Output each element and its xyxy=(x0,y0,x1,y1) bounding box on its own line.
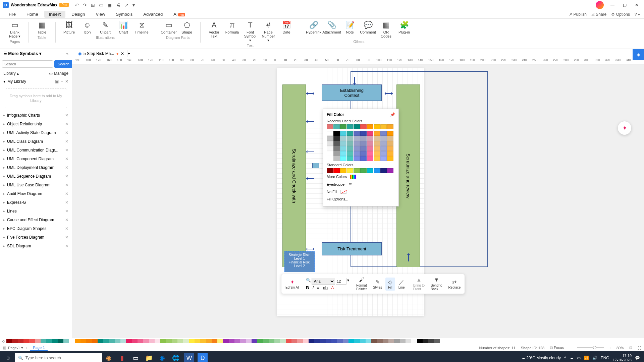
ribbon-container[interactable]: ▭Container xyxy=(161,20,177,35)
hamburger-icon[interactable]: ☰ xyxy=(3,51,7,56)
color-swatch[interactable] xyxy=(327,124,333,129)
color-swatch[interactable] xyxy=(380,124,387,129)
lib-item-close[interactable]: ✕ xyxy=(65,226,68,231)
send-back-button[interactable]: ▼Send to Back xyxy=(428,276,445,292)
color-swatch[interactable] xyxy=(340,131,346,136)
lib-item[interactable]: ▸Object Relationship✕ xyxy=(0,120,72,128)
palette-swatch[interactable] xyxy=(240,339,246,343)
palette-swatch[interactable] xyxy=(274,339,280,343)
redo-button[interactable]: ↷ xyxy=(83,2,87,8)
lib-item[interactable]: ▸Lines✕ xyxy=(0,207,72,216)
minimize-button[interactable]: — xyxy=(608,3,617,7)
search-input[interactable] xyxy=(2,60,53,68)
nofill-option[interactable]: No Fill xyxy=(327,188,395,195)
new-button[interactable]: ⊞ xyxy=(91,2,95,8)
color-swatch[interactable] xyxy=(380,136,387,141)
symbol-dropzone[interactable]: Drag symbols here to add to My Library xyxy=(5,88,67,108)
palette-swatch[interactable] xyxy=(360,339,366,343)
palette-swatch[interactable] xyxy=(217,339,223,343)
color-swatch[interactable] xyxy=(387,156,393,161)
palette-swatch[interactable] xyxy=(263,339,269,343)
focus-button[interactable]: ⊡ Focus xyxy=(550,346,564,350)
notifications-icon[interactable]: 💬 xyxy=(635,356,640,360)
italic-button[interactable]: I xyxy=(312,285,314,290)
close-button[interactable]: ✕ xyxy=(632,3,641,7)
color-swatch[interactable] xyxy=(354,136,360,141)
color-swatch[interactable] xyxy=(333,168,340,173)
palette-swatch[interactable] xyxy=(303,339,309,343)
bold-button[interactable]: B xyxy=(306,285,309,290)
fullscreen-button[interactable]: ⛶ xyxy=(638,346,641,350)
mylib-action-1[interactable]: ▣ xyxy=(55,79,59,84)
color-swatch[interactable] xyxy=(327,146,333,151)
color-swatch[interactable] xyxy=(347,156,353,161)
color-swatch[interactable] xyxy=(333,131,340,136)
color-swatch[interactable] xyxy=(387,136,393,141)
color-swatch[interactable] xyxy=(380,131,387,136)
palette-swatch[interactable] xyxy=(411,339,417,343)
palette-swatch[interactable] xyxy=(286,339,291,343)
color-swatch[interactable] xyxy=(340,141,346,146)
lib-item-close[interactable]: ✕ xyxy=(65,165,68,170)
color-swatch[interactable] xyxy=(367,136,373,141)
lib-item-close[interactable]: ✕ xyxy=(65,235,68,240)
ribbon-blank-page-[interactable]: ▭BlankPage ▾ xyxy=(7,20,23,39)
lib-item-close[interactable]: ✕ xyxy=(65,130,68,135)
color-swatch[interactable] xyxy=(374,131,380,136)
palette-swatch[interactable] xyxy=(291,339,297,343)
ribbon-qr-codes[interactable]: ▦QRCodes xyxy=(378,20,394,39)
palette-swatch[interactable] xyxy=(195,339,200,343)
document-tab[interactable]: ◉ 5 Step Risk Ma... ● ✕ xyxy=(75,50,128,57)
color-swatch[interactable] xyxy=(347,141,353,146)
color-swatch[interactable] xyxy=(347,131,353,136)
palette-swatch[interactable] xyxy=(326,339,331,343)
replace-button[interactable]: ⇄Replace xyxy=(446,278,464,291)
zoom-slider[interactable] xyxy=(577,347,604,348)
styles-button[interactable]: ✎Styles xyxy=(370,278,385,291)
color-swatch[interactable] xyxy=(354,131,360,136)
ribbon-plug-in[interactable]: 🧩Plug-in xyxy=(396,20,412,39)
color-swatch[interactable] xyxy=(354,146,360,151)
ribbon-icon[interactable]: ☺Icon xyxy=(79,20,95,35)
ribbon-table[interactable]: ▦Table xyxy=(34,20,50,35)
right-panel-toggle[interactable]: ◈ xyxy=(633,49,644,60)
color-swatch[interactable] xyxy=(374,124,380,129)
lib-item[interactable]: ▸UML Communication Diagr...✕ xyxy=(0,146,72,155)
color-swatch[interactable] xyxy=(360,156,367,161)
color-swatch[interactable] xyxy=(327,141,333,146)
ribbon-timeline[interactable]: ⧖Timeline xyxy=(133,20,150,35)
user-avatar[interactable] xyxy=(596,1,604,9)
palette-swatch[interactable] xyxy=(348,339,354,343)
fill-button[interactable]: ◇Fill xyxy=(385,278,395,291)
lib-item[interactable]: ▸UML Use Case Diagram✕ xyxy=(0,181,72,189)
text-style-button[interactable]: ab xyxy=(323,285,328,290)
lib-item[interactable]: ▸UML Deployment Diagram✕ xyxy=(0,163,72,172)
qat-more[interactable]: ▾ xyxy=(132,2,135,8)
palette-swatch[interactable] xyxy=(189,339,195,343)
color-swatch[interactable] xyxy=(367,151,373,156)
palette-swatch[interactable] xyxy=(320,339,326,343)
color-swatch[interactable] xyxy=(340,151,346,156)
palette-swatch[interactable] xyxy=(257,339,263,343)
risk-treatment-box[interactable]: Tisk Treatment xyxy=(322,242,382,255)
start-button[interactable]: ⊞ xyxy=(1,351,15,362)
lib-item-close[interactable]: ✕ xyxy=(65,113,68,118)
maximize-button[interactable]: ▢ xyxy=(620,3,629,7)
palette-swatch[interactable] xyxy=(229,339,234,343)
palette-swatch[interactable] xyxy=(172,339,177,343)
color-swatch[interactable] xyxy=(360,141,367,146)
palette-swatch[interactable] xyxy=(80,339,86,343)
line-button[interactable]: ／Line xyxy=(396,278,408,291)
ribbon-note[interactable]: 📝Note xyxy=(342,20,358,39)
palette-swatch[interactable] xyxy=(343,339,348,343)
color-swatch[interactable] xyxy=(374,136,380,141)
color-swatch[interactable] xyxy=(347,146,353,151)
color-swatch[interactable] xyxy=(360,124,367,129)
palette-swatch[interactable] xyxy=(428,339,434,343)
color-swatch[interactable] xyxy=(380,168,387,173)
page-select[interactable]: Page-1 xyxy=(8,346,20,350)
color-swatch[interactable] xyxy=(333,156,340,161)
menu-symbols[interactable]: Symbols xyxy=(111,11,137,18)
palette-swatch[interactable] xyxy=(406,339,411,343)
menu-home[interactable]: Home xyxy=(22,11,43,18)
